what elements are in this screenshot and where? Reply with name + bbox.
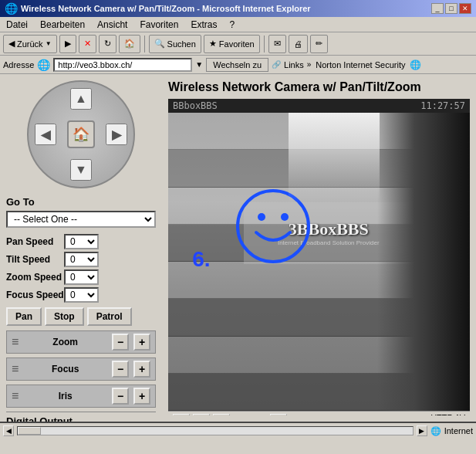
address-input[interactable]	[53, 58, 192, 72]
video-timestamp: 11:27:57	[420, 100, 465, 111]
pan-button[interactable]: Pan	[6, 307, 42, 326]
pan-down-button[interactable]: ▼	[70, 159, 92, 181]
go-button[interactable]: Wechseln zu	[206, 58, 268, 72]
separator-1	[144, 36, 145, 53]
forward-arrow-icon: ▶	[65, 39, 71, 49]
focus-label: Focus	[23, 364, 107, 374]
pan-right-button[interactable]: ▶	[106, 124, 127, 145]
goto-select[interactable]: -- Select One --	[6, 211, 156, 228]
refresh-icon: ↻	[104, 39, 111, 49]
address-bar: Adresse 🌐 ▼ Wechseln zu 🔗 Links » Norton…	[0, 56, 476, 74]
mail-button[interactable]: ✉	[268, 35, 286, 53]
pan-left-button[interactable]: ◀	[35, 124, 56, 145]
home-button[interactable]: 🏠	[119, 35, 140, 53]
zoom-plus-button[interactable]: +	[133, 334, 150, 351]
iris-plus-button[interactable]: +	[133, 388, 150, 405]
zoom-speed-select[interactable]: 0 1 2	[64, 269, 99, 285]
iris-minus-button[interactable]: −	[112, 388, 129, 405]
stop-movement-button[interactable]: Stop	[45, 307, 84, 326]
norton-label: Norton Internet Security	[316, 60, 405, 69]
camera-snapshot-button[interactable]: 📷	[173, 414, 190, 416]
edit-button[interactable]: ✏	[310, 35, 328, 53]
video-number: 6.	[192, 247, 210, 272]
stop-button[interactable]: ✕	[79, 35, 96, 53]
stop-icon: ✕	[84, 39, 91, 49]
more-links-icon[interactable]: »	[307, 60, 312, 69]
goto-section: Go To -- Select One --	[6, 196, 156, 228]
toolbar: ◀ Zurück ▼ ▶ ✕ ↻ 🏠 🔍 Suchen ★ Favoriten …	[0, 32, 476, 56]
status-internet-area: 🌐 Internet	[430, 426, 473, 436]
patrol-button[interactable]: Patrol	[87, 307, 132, 326]
search-button[interactable]: 🔍 Suchen	[149, 35, 201, 53]
microphone-button[interactable]: 🎤	[270, 414, 287, 416]
title-bar-content: 🌐 Wireless Network Camera w/ Pan/Tilt/Zo…	[5, 2, 311, 15]
links-icon: 🔗	[272, 60, 281, 69]
maximize-button[interactable]: □	[445, 3, 457, 14]
menu-extras[interactable]: Extras	[187, 19, 220, 31]
iris-bars-icon: ≡	[12, 389, 19, 403]
globe-status-icon: 🌐	[430, 426, 441, 436]
zoom-speed-row: Zoom Speed 0 1 2	[6, 269, 156, 285]
pan-speed-label: Pan Speed	[6, 236, 64, 247]
left-panel: ▲ ▼ ◀ ▶ 🏠 Go To -- Select One -- Pan Spe…	[0, 74, 162, 422]
back-button[interactable]: ◀ Zurück ▼	[3, 35, 57, 53]
main-content: ▲ ▼ ◀ ▶ 🏠 Go To -- Select One -- Pan Spe…	[0, 74, 476, 422]
forward-button[interactable]: ▶	[59, 35, 76, 53]
window-title: Wireless Network Camera w/ Pan/Tilt/Zoom…	[21, 4, 311, 13]
menu-datei[interactable]: Datei	[3, 19, 31, 31]
http-info: HTTP AV Full-duplex	[424, 413, 465, 416]
zoom-label: Zoom	[23, 337, 107, 347]
page-title: Wireless Network Camera w/ Pan/Tilt/Zoom	[168, 80, 470, 94]
focus-plus-button[interactable]: +	[133, 361, 150, 378]
internet-label: Internet	[444, 426, 473, 435]
search-icon: 🔍	[154, 39, 165, 49]
home-icon: 🏠	[124, 39, 135, 49]
print-button[interactable]: 🖨	[289, 35, 308, 53]
status-scrollbar[interactable]	[17, 426, 414, 435]
favorites-button[interactable]: ★ Favoriten	[204, 35, 260, 53]
focus-bars-icon: ≡	[12, 362, 19, 376]
video-frame: 3BBoxBBS Internet Broadband Solution Pro…	[168, 113, 470, 411]
camera-direction-control: ▲ ▼ ◀ ▶ 🏠	[6, 80, 156, 188]
camera-person-button[interactable]: 👤	[193, 414, 210, 416]
camera-speaker-button[interactable]: 🔊	[213, 414, 230, 416]
menu-bearbeiten[interactable]: Bearbeiten	[37, 19, 88, 31]
video-container: BBboxBBS 11:27:57	[168, 99, 470, 415]
zoom-minus-button[interactable]: −	[112, 334, 129, 351]
scroll-thumb	[18, 427, 41, 435]
right-panel: Wireless Network Camera w/ Pan/Tilt/Zoom…	[162, 74, 476, 422]
focus-speed-row: Focus Speed 0 1 2	[6, 287, 156, 303]
focus-minus-button[interactable]: −	[112, 361, 129, 378]
zoom-speed-label: Zoom Speed	[6, 272, 64, 283]
home-position-button[interactable]: 🏠	[67, 120, 95, 148]
refresh-button[interactable]: ↻	[99, 35, 116, 53]
address-dropdown-icon[interactable]: ▼	[195, 60, 203, 69]
scroll-right-button[interactable]: ▶	[417, 425, 427, 436]
back-dropdown-icon: ▼	[46, 40, 52, 47]
menu-help[interactable]: ?	[226, 19, 238, 31]
scroll-left-button[interactable]: ◀	[3, 425, 14, 436]
video-controls: 📷 👤 🔊 Mute 🎤 Mute HTTP AV Full-duplex	[168, 411, 470, 415]
minimize-button[interactable]: _	[431, 3, 444, 14]
zoom-bars-icon: ≡	[12, 335, 19, 349]
goto-label: Go To	[6, 196, 156, 208]
focus-speed-select[interactable]: 0 1 2	[64, 287, 99, 303]
menu-bar: Datei Bearbeiten Ansicht Favoriten Extra…	[0, 17, 476, 32]
pan-speed-select[interactable]: 0 1 2 3	[64, 234, 99, 249]
star-icon: ★	[209, 39, 217, 49]
tilt-speed-select[interactable]: 0 1 2	[64, 252, 99, 267]
menu-favoriten[interactable]: Favoriten	[137, 19, 181, 31]
iris-label: Iris	[23, 391, 107, 401]
menu-ansicht[interactable]: Ansicht	[94, 19, 130, 31]
address-label: Adresse	[3, 60, 34, 69]
focus-control-row: ≡ Focus − +	[6, 357, 156, 381]
close-button[interactable]: ✕	[459, 3, 471, 14]
pan-up-button[interactable]: ▲	[70, 88, 92, 110]
control-buttons: Pan Stop Patrol	[6, 307, 156, 326]
zoom-control-row: ≡ Zoom − +	[6, 330, 156, 354]
tilt-speed-row: Tilt Speed 0 1 2	[6, 252, 156, 267]
control-circle: ▲ ▼ ◀ ▶ 🏠	[27, 80, 135, 188]
light-area	[289, 113, 379, 202]
tilt-speed-label: Tilt Speed	[6, 254, 64, 265]
http-label: HTTP AV	[424, 413, 465, 416]
